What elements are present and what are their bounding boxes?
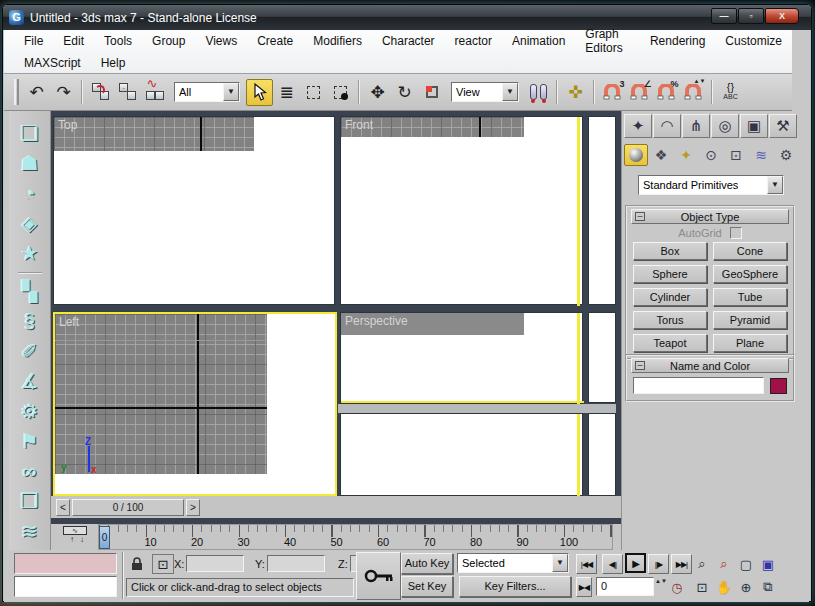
category-geometry-button[interactable] [624, 144, 648, 166]
set-keys-button[interactable] [356, 552, 401, 600]
go-to-start-button[interactable]: |◀◀ [576, 554, 597, 574]
viewport-label-front[interactable]: Front [345, 118, 373, 132]
tab-hierarchy[interactable]: ⋔ [682, 114, 710, 138]
viewport-label-perspective[interactable]: Perspective [345, 314, 408, 328]
cubes-icon[interactable]: ❏ [15, 119, 45, 149]
category-systems-button[interactable]: ⚙ [774, 144, 798, 166]
menu-item[interactable]: reactor [445, 34, 502, 48]
zoom-extents-button[interactable]: ▢ [736, 554, 756, 574]
selection-filter-dropdown[interactable]: All▼ [174, 82, 240, 102]
current-frame-field[interactable]: 0 [596, 577, 654, 596]
object-type-button[interactable]: Torus [633, 311, 707, 329]
object-type-button[interactable]: GeoSphere [713, 265, 787, 283]
category-spacewarps-button[interactable]: ≋ [749, 144, 773, 166]
time-slider-next-button[interactable]: > [186, 499, 200, 516]
selection-set-dropdown[interactable]: Selected ▼ [457, 553, 569, 573]
select-and-scale-button[interactable] [418, 79, 445, 106]
snaps-toggle-button[interactable]: 3 [599, 79, 626, 106]
select-and-link-icon[interactable] [87, 79, 114, 106]
redo-button[interactable]: ↷ [50, 79, 77, 106]
category-helpers-button[interactable]: ⊡ [724, 144, 748, 166]
time-configuration-button[interactable]: ◷ [667, 577, 687, 597]
viewport-left-active[interactable]: Left Z y x [53, 312, 337, 496]
menu-item[interactable]: Create [247, 34, 303, 48]
time-slider[interactable]: 0 / 100 [72, 499, 184, 516]
min-max-toggle-button[interactable]: ⧉ [758, 577, 778, 597]
viewport-front[interactable]: Front [340, 116, 583, 305]
select-and-rotate-button[interactable]: ↻ [391, 79, 418, 106]
object-name-input[interactable] [633, 377, 764, 394]
checker-icon[interactable]: ▚ [15, 277, 45, 307]
menu-item[interactable]: Character [372, 34, 445, 48]
car-icon[interactable]: ∞ [15, 457, 45, 487]
select-and-manipulate-button[interactable]: ✜ [562, 79, 589, 106]
gear-icon[interactable]: ⚙ [15, 397, 45, 427]
category-lights-button[interactable]: ✦ [674, 144, 698, 166]
tab-create[interactable]: ✦ [624, 114, 652, 138]
object-type-button[interactable]: Box [633, 242, 707, 260]
close-button[interactable]: X [765, 8, 799, 24]
region-zoom-button[interactable]: ⊡ [692, 577, 712, 597]
maximize-button[interactable]: ▫ [738, 8, 764, 24]
select-and-move-button[interactable]: ✥ [364, 79, 391, 106]
weathervane-icon[interactable]: ⚑ [15, 427, 45, 457]
selection-lock-toggle[interactable] [126, 554, 148, 574]
spring-icon[interactable]: § [15, 307, 45, 337]
tab-utilities[interactable]: ⚒ [769, 114, 797, 138]
menu-item[interactable]: Tools [94, 34, 142, 48]
use-pivot-center-button[interactable] [525, 79, 552, 106]
maxscript-mini-listener-pink[interactable] [14, 553, 117, 574]
name-color-rollout-header[interactable]: – Name and Color [631, 358, 789, 373]
viewport-perspective[interactable]: Perspective [340, 312, 583, 404]
menu-item[interactable]: Group [142, 34, 195, 48]
x-coord-field[interactable] [186, 555, 244, 572]
menu-item[interactable]: Modifiers [303, 34, 372, 48]
object-color-swatch[interactable] [770, 378, 787, 394]
bind-to-spacewarp-icon[interactable]: ∿ [141, 79, 168, 106]
viewport-label-left[interactable]: Left [59, 315, 79, 329]
shirt-icon[interactable]: ☗ [15, 149, 45, 179]
title-bar[interactable]: G Untitled - 3ds max 7 - Stand-alone Lic… [3, 5, 811, 30]
tab-motion[interactable]: ◎ [711, 114, 739, 138]
star-icon[interactable]: ★ [15, 239, 45, 269]
menu-item[interactable]: Animation [502, 34, 575, 48]
viewport-top[interactable]: Top [53, 116, 335, 305]
zoom-extents-all-button[interactable]: ▣ [758, 554, 778, 574]
zoom-all-button[interactable]: ⌕ [714, 554, 734, 574]
spinning-top-icon[interactable]: ◈ [15, 209, 45, 239]
window-crossing-toggle[interactable] [327, 79, 354, 106]
rectangular-selection-region-button[interactable] [300, 79, 327, 106]
maxscript-mini-listener-white[interactable] [14, 576, 117, 597]
menu-item[interactable]: Rendering [640, 34, 715, 48]
spinner-snap-toggle-button[interactable]: ▲▼ [680, 79, 707, 106]
collapse-icon[interactable]: – [635, 361, 645, 370]
dropdown-arrow-icon[interactable]: ▼ [223, 83, 239, 101]
object-type-button[interactable]: Cone [713, 242, 787, 260]
toolbar-handle[interactable] [14, 79, 19, 105]
undo-button[interactable]: ↶ [23, 79, 50, 106]
category-shapes-button[interactable]: ❖ [649, 144, 673, 166]
tab-modify[interactable]: ◠ [653, 114, 681, 138]
menu-item[interactable]: Edit [53, 34, 94, 48]
previous-frame-button[interactable]: ◀|| [602, 554, 623, 574]
track-bar-ruler[interactable]: 0102030405060708090100 0 [98, 524, 613, 550]
named-selection-sets-button[interactable]: {}ABC [717, 79, 744, 106]
next-frame-button[interactable]: ||▶ [648, 554, 669, 574]
arc-rotate-button[interactable]: ⊕ [736, 577, 756, 597]
auto-key-button[interactable]: Auto Key [401, 553, 453, 574]
unlink-selection-icon[interactable]: ∴ [114, 79, 141, 106]
collapse-icon[interactable]: – [635, 212, 645, 221]
category-cameras-button[interactable]: ⊙ [699, 144, 723, 166]
dropdown-arrow-icon[interactable]: ▼ [552, 554, 568, 572]
angle-snap-toggle-button[interactable]: ∠ [626, 79, 653, 106]
menu-item[interactable]: Customize [715, 34, 792, 48]
ball-icon[interactable]: ◔ [15, 179, 45, 209]
open-box-icon[interactable]: ❒ [15, 487, 45, 517]
object-type-button[interactable]: Tube [713, 288, 787, 306]
percent-snap-toggle-button[interactable]: % [653, 79, 680, 106]
minimize-button[interactable]: — [711, 8, 737, 24]
menu-item[interactable]: Help [91, 56, 136, 70]
object-type-button[interactable]: Sphere [633, 265, 707, 283]
menu-item[interactable]: Views [195, 34, 247, 48]
viewport-splitter[interactable] [338, 404, 616, 413]
